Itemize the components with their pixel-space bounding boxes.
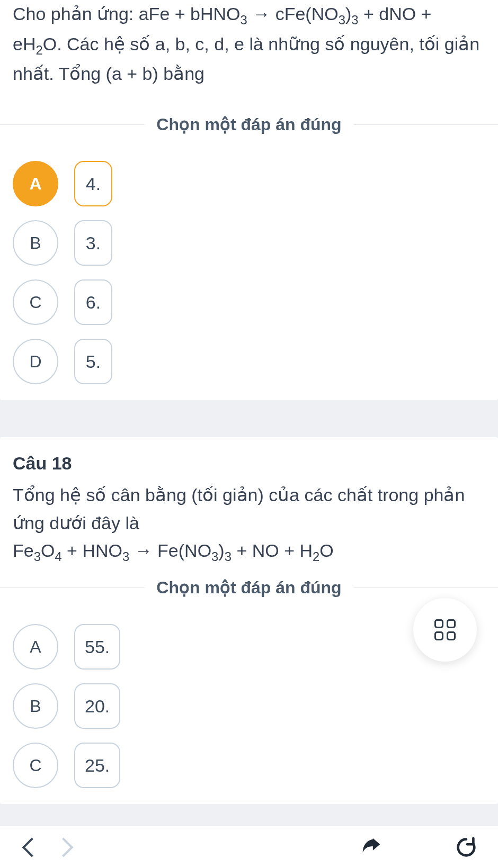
option-row[interactable]: B3. — [13, 220, 485, 266]
divider-line — [353, 587, 498, 588]
option-letter: B — [13, 683, 58, 729]
chevron-right-icon — [54, 837, 74, 857]
chevron-left-icon — [22, 837, 42, 857]
bottom-nav — [0, 826, 498, 868]
option-letter: C — [13, 279, 58, 325]
share-button[interactable] — [355, 831, 387, 863]
option-letter: A — [13, 624, 58, 670]
share-icon — [359, 835, 383, 860]
reload-icon — [454, 835, 478, 860]
option-value: 25. — [74, 743, 120, 788]
divider-line — [353, 124, 498, 125]
question-text: Tổng hệ số cân bằng (tối giản) của các c… — [13, 481, 485, 567]
grid-icon — [434, 619, 456, 640]
option-value: 20. — [74, 683, 120, 729]
option-row[interactable]: C25. — [13, 743, 485, 788]
option-letter: A — [13, 161, 58, 206]
question-text: Cho phản ứng: aFe + bHNO3 → cFe(NO3)3 + … — [13, 0, 485, 104]
back-button[interactable] — [16, 831, 48, 863]
option-value: 6. — [74, 279, 112, 325]
option-value: 3. — [74, 220, 112, 266]
option-letter: D — [13, 339, 58, 384]
option-letter: C — [13, 743, 58, 788]
question-grid-button[interactable] — [413, 598, 477, 662]
option-row[interactable]: B20. — [13, 683, 485, 729]
option-value: 4. — [74, 161, 112, 206]
option-row[interactable]: A4. — [13, 161, 485, 206]
choose-answer-divider: Chọn một đáp án đúng — [0, 577, 498, 598]
option-letter: B — [13, 220, 58, 266]
divider-label: Chọn một đáp án đúng — [145, 114, 353, 134]
divider-line — [0, 124, 145, 125]
options-list: A55.B20.C25. — [13, 624, 485, 788]
question-card-1: Cho phản ứng: aFe + bHNO3 → cFe(NO3)3 + … — [0, 0, 498, 400]
forward-button[interactable] — [48, 831, 79, 863]
options-list: A4.B3.C6.D5. — [13, 161, 485, 384]
question-line: Tổng hệ số cân bằng (tối giản) của các c… — [13, 485, 465, 533]
reload-button[interactable] — [450, 831, 482, 863]
divider-line — [0, 587, 145, 588]
option-row[interactable]: D5. — [13, 339, 485, 384]
question-equation: Fe3O4 + HNO3 → Fe(NO3)3 + NO + H2O — [13, 540, 334, 560]
option-value: 55. — [74, 624, 120, 670]
question-number-label: Câu 18 — [13, 453, 485, 474]
choose-answer-divider: Chọn một đáp án đúng — [0, 114, 498, 134]
divider-label: Chọn một đáp án đúng — [145, 577, 353, 598]
option-value: 5. — [74, 339, 112, 384]
option-row[interactable]: C6. — [13, 279, 485, 325]
